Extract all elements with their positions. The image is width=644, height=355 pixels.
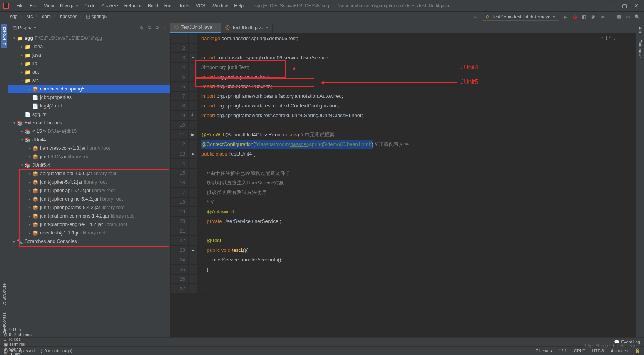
tree-item[interactable]: ▾📚JUnit4 (8, 136, 170, 144)
run-icon[interactable]: ▶ (562, 14, 569, 20)
maximize-icon[interactable]: ▢ (622, 3, 627, 9)
tree-item[interactable]: ▾📚External Libraries (8, 119, 170, 127)
code-editor[interactable]: 1package com.hassder.spring5.demo06.test… (170, 33, 410, 294)
menu-refactor[interactable]: Refactor (121, 3, 145, 8)
status-line-sep[interactable]: CRLF (574, 348, 585, 353)
bottom-tool-todo[interactable]: ≡TODO (4, 337, 32, 342)
tree-item[interactable]: ▸📦junit-jupiter-5.4.2.jarlibrary root (8, 178, 170, 186)
search-icon[interactable]: 🔍 (634, 14, 640, 20)
menu-tools[interactable]: Tools (176, 3, 193, 8)
tree-item[interactable]: ▾📚JUnit5.4 (8, 161, 170, 169)
select-opened-icon[interactable]: ⊕ (140, 25, 144, 30)
window-title: sgg [F:\D.FLS\JavaFLS\IDEA\fls\sgg] - ..… (254, 3, 449, 8)
tree-item[interactable]: ▾📁src (8, 76, 170, 85)
menu-file[interactable]: File (13, 3, 27, 8)
run-config-selector[interactable]: ⊙ TestDemo.testBatchRemove ▾ (482, 13, 559, 21)
build-icon[interactable]: ↘ (472, 14, 478, 20)
chevron-down-icon: ▾ (553, 14, 555, 20)
tree-item[interactable]: ▸📦junit-jupiter-api-5.4.2.jarlibrary roo… (8, 186, 170, 195)
menu-view[interactable]: View (41, 3, 57, 8)
menu-build[interactable]: Build (145, 3, 161, 8)
breadcrumb[interactable]: hassder (59, 14, 78, 19)
close-icon[interactable]: ✕ (634, 3, 639, 9)
menu-edit[interactable]: Edit (27, 3, 41, 8)
tree-item[interactable]: ▸📦junit-jupiter-engine-5.4.2.jarlibrary … (8, 195, 170, 203)
annotation-label-junit5: JUnit5 (461, 79, 478, 85)
menu-navigate[interactable]: Navigate (57, 3, 81, 8)
right-tool-strip: Ant Database (636, 22, 644, 337)
tab-structure[interactable]: 7: Structure (1, 280, 7, 308)
menu-window[interactable]: Window (208, 3, 231, 8)
breadcrumb[interactable]: com (40, 14, 52, 19)
tree-item[interactable]: 📄log4j2.xml (8, 102, 170, 110)
project-panel-header: ▤ Project ▾ ⊕ ⇅ ⚙ − (8, 22, 170, 33)
tree-item[interactable]: ▸📦junit-4.12.jarlibrary root (8, 152, 170, 161)
menu-code[interactable]: Code (81, 3, 99, 8)
java-file-icon: Ⓒ (225, 25, 230, 31)
close-icon[interactable]: × (266, 25, 268, 30)
tree-item[interactable]: ▸📦opentest4j-1.1.1.jarlibrary root (8, 229, 170, 237)
status-bar: ▢ Tests passed: 1 (19 minutes ago) 71 ch… (0, 346, 644, 355)
structure-icon[interactable]: ▦ (616, 14, 622, 20)
profile-icon[interactable]: ◉ (590, 14, 596, 20)
inspection-indicator[interactable]: ✓ 1 ^ ⌄ (600, 35, 616, 41)
breadcrumb[interactable]: sgg (8, 14, 19, 19)
folder-icon: ▤ (12, 25, 17, 30)
tree-item[interactable]: ▸📁java (8, 51, 170, 59)
hide-icon[interactable]: − (163, 25, 166, 30)
tree-item[interactable]: ▸📦junit-jupiter-params-5.4.2.jarlibrary … (8, 203, 170, 212)
stop-icon[interactable]: ■ (599, 14, 606, 20)
bottom-toolbar: ▶4: Run⊘6: Problems≡TODO▣Terminal❋Spring… (0, 337, 644, 346)
editor-area: ⒸTestJUnit4.java×ⒸTestJUnit5.java× ✓ 1 ^… (170, 22, 636, 337)
bottom-tool-terminal[interactable]: ▣Terminal (4, 342, 32, 347)
coverage-icon[interactable]: ◧ (581, 14, 587, 20)
minimize-icon[interactable]: ─ (611, 3, 615, 9)
tree-item[interactable]: ▸📦com.hassder.spring5 (8, 85, 170, 93)
run-config-label: TestDemo.testBatchRemove (492, 14, 550, 20)
editor-tab[interactable]: ⒸTestJUnit4.java× (170, 23, 221, 33)
editor-tabs: ⒸTestJUnit4.java×ⒸTestJUnit5.java× (170, 22, 636, 33)
watermark: https://blog.csdn.net/Hassder (585, 343, 640, 348)
breadcrumb[interactable]: src (25, 14, 34, 19)
menu-help[interactable]: Help (231, 3, 247, 8)
tree-item[interactable]: ▸📦hamcrest-core-1.3.jarlibrary root (8, 144, 170, 152)
project-tree[interactable]: ▾📁sggF:\D.FLS\JavaFLS\IDEA\fls\sgg▸📁.ide… (8, 33, 170, 337)
tab-database[interactable]: Database (637, 37, 643, 61)
left-tool-strip: 1: Project 7: Structure 2: Favorites (0, 22, 8, 337)
tree-item[interactable]: 📄jdbc.properties (8, 93, 170, 102)
chevron-down-icon[interactable]: ▾ (34, 25, 36, 30)
debug-icon[interactable]: 🐞 (572, 14, 578, 20)
tree-item[interactable]: ▸📦apiguardian-api-1.0.0.jarlibrary root (8, 169, 170, 178)
tree-item[interactable]: ▾📁sggF:\D.FLS\JavaFLS\IDEA\fls\sgg (8, 34, 170, 42)
breadcrumb[interactable]: ▤spring5 (84, 14, 108, 19)
tree-item[interactable]: ▸📦junit-platform-engine-1.4.2.jarlibrary… (8, 220, 170, 229)
close-icon[interactable]: × (214, 25, 217, 30)
tab-project[interactable]: 1: Project (1, 24, 7, 48)
project-panel: ▤ Project ▾ ⊕ ⇅ ⚙ − ▾📁sggF:\D.FLS\JavaFL… (8, 22, 170, 337)
tree-item[interactable]: ▸📁lib (8, 59, 170, 68)
status-chars: 71 chars (535, 348, 552, 353)
tree-item[interactable]: ▸📁.idea (8, 42, 170, 51)
java-file-icon: Ⓒ (174, 24, 179, 31)
status-position[interactable]: 12:1 (559, 348, 567, 353)
panel-title: Project (18, 25, 32, 30)
expand-all-icon[interactable]: ⇅ (147, 25, 151, 30)
tree-item[interactable]: ▸📚< 15 >D:\Java\jdk15 (8, 127, 170, 136)
editor-tab[interactable]: ⒸTestJUnit5.java× (221, 23, 273, 33)
menu-analyze[interactable]: Analyze (99, 3, 121, 8)
tab-favorites[interactable]: 2: Favorites (1, 309, 7, 337)
lock-icon[interactable]: 🔓 (635, 348, 640, 353)
app-logo-icon (3, 3, 9, 9)
status-encoding[interactable]: UTF-8 (592, 348, 604, 353)
tab-ant[interactable]: Ant (637, 24, 643, 37)
navigation-bar: sgg〉src〉com〉hassder〉▤spring5 ↘ ⊙ TestDem… (0, 12, 644, 22)
status-indent[interactable]: 4 spaces (611, 348, 628, 353)
menu-run[interactable]: Run (161, 3, 176, 8)
tree-item[interactable]: ▸🔧Scratches and Consoles (8, 237, 170, 246)
tree-item[interactable]: ▸📁out (8, 68, 170, 76)
menu-vcs[interactable]: VCS (193, 3, 209, 8)
tree-item[interactable]: 📄sgg.iml (8, 110, 170, 119)
tree-item[interactable]: ▸📦junit-platform-commons-1.4.2.jarlibrar… (8, 212, 170, 220)
settings-icon[interactable]: ⚙ (155, 25, 159, 30)
layout-icon[interactable]: ▭ (625, 14, 631, 20)
